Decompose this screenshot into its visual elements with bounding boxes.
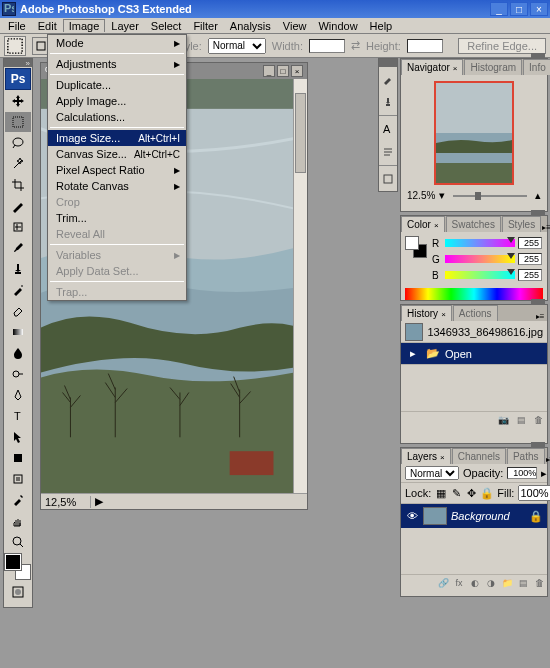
- menu-item-rotate-canvas[interactable]: Rotate Canvas▶: [48, 178, 186, 194]
- history-brush-tool[interactable]: [5, 280, 31, 300]
- doc-maximize-button[interactable]: □: [277, 65, 289, 77]
- zoom-slider[interactable]: [453, 195, 527, 197]
- slider-b[interactable]: [445, 271, 515, 279]
- type-tool[interactable]: T: [5, 406, 31, 426]
- layer-item[interactable]: 👁 Background 🔒: [401, 504, 547, 528]
- current-tool-icon[interactable]: [4, 36, 26, 56]
- healing-brush-tool[interactable]: [5, 217, 31, 237]
- lock-pixels-icon[interactable]: ✎: [451, 487, 462, 499]
- move-tool[interactable]: [5, 91, 31, 111]
- tab-history[interactable]: History×: [401, 305, 452, 321]
- menu-item-canvas-size---[interactable]: Canvas Size...Alt+Ctrl+C: [48, 146, 186, 162]
- tab-channels[interactable]: Channels: [452, 448, 506, 464]
- tab-info[interactable]: Info: [523, 59, 550, 75]
- paragraph-panel-icon[interactable]: [379, 141, 397, 163]
- shape-tool[interactable]: [5, 448, 31, 468]
- menu-item-mode[interactable]: Mode▶: [48, 35, 186, 51]
- refine-edge-button[interactable]: Refine Edge...: [458, 38, 546, 54]
- layer-mask-icon[interactable]: ◐: [469, 578, 481, 588]
- layer-thumbnail[interactable]: [423, 507, 447, 525]
- status-arrow-icon[interactable]: ▶: [91, 495, 107, 508]
- quick-mask-button[interactable]: [5, 582, 31, 602]
- tab-swatches[interactable]: Swatches: [446, 216, 501, 232]
- eraser-tool[interactable]: [5, 301, 31, 321]
- window-minimize-button[interactable]: _: [490, 2, 508, 16]
- tab-color[interactable]: Color×: [401, 216, 445, 232]
- tab-actions[interactable]: Actions: [453, 305, 498, 321]
- create-snapshot-icon[interactable]: 📷: [498, 415, 509, 425]
- window-close-button[interactable]: ×: [530, 2, 548, 16]
- slice-tool[interactable]: [5, 196, 31, 216]
- color-ramp[interactable]: [405, 288, 543, 300]
- foreground-color-swatch[interactable]: [5, 554, 21, 570]
- value-b[interactable]: [518, 269, 542, 281]
- layer-comps-panel-icon[interactable]: [379, 168, 397, 190]
- clone-stamp-tool[interactable]: [5, 259, 31, 279]
- menu-file[interactable]: File: [2, 19, 32, 33]
- delete-layer-icon[interactable]: 🗑: [533, 578, 545, 588]
- width-input[interactable]: [309, 39, 345, 53]
- navigator-zoom[interactable]: 12.5%: [407, 190, 435, 201]
- menu-item-apply-image---[interactable]: Apply Image...: [48, 93, 186, 109]
- delete-state-icon[interactable]: 🗑: [534, 415, 543, 425]
- menu-item-adjustments[interactable]: Adjustments▶: [48, 56, 186, 72]
- lock-transparency-icon[interactable]: ▦: [435, 487, 447, 499]
- link-layers-icon[interactable]: 🔗: [437, 578, 449, 588]
- new-layer-icon[interactable]: ▤: [517, 578, 529, 588]
- layer-group-icon[interactable]: 📁: [501, 578, 513, 588]
- zoom-level[interactable]: 12,5%: [41, 496, 91, 508]
- lock-position-icon[interactable]: ✥: [466, 487, 477, 499]
- crop-tool[interactable]: [5, 175, 31, 195]
- color-panel-swatches[interactable]: [405, 236, 427, 258]
- menu-layer[interactable]: Layer: [105, 19, 145, 33]
- history-root-item[interactable]: 1346933_86498616.jpg: [401, 321, 547, 343]
- gradient-tool[interactable]: [5, 322, 31, 342]
- eyedropper-tool[interactable]: [5, 490, 31, 510]
- new-document-icon[interactable]: ▤: [517, 415, 526, 425]
- panel-menu-icon[interactable]: ▸≡: [533, 312, 547, 321]
- tab-paths[interactable]: Paths: [507, 448, 545, 464]
- slider-g[interactable]: [445, 255, 515, 263]
- layer-style-icon[interactable]: fx: [453, 578, 465, 588]
- menu-image[interactable]: Image: [63, 19, 106, 32]
- swap-dims-icon[interactable]: ⇄: [351, 39, 360, 52]
- clone-source-panel-icon[interactable]: [379, 91, 397, 113]
- tab-styles[interactable]: Styles: [502, 216, 541, 232]
- tab-histogram[interactable]: Histogram: [464, 59, 522, 75]
- menu-select[interactable]: Select: [145, 19, 188, 33]
- doc-minimize-button[interactable]: _: [263, 65, 275, 77]
- zoom-out-icon[interactable]: ▾: [439, 189, 445, 202]
- zoom-tool[interactable]: [5, 532, 31, 552]
- layer-visibility-icon[interactable]: 👁: [405, 509, 419, 523]
- opacity-input[interactable]: [507, 467, 537, 479]
- value-g[interactable]: [518, 253, 542, 265]
- character-panel-icon[interactable]: A: [379, 118, 397, 140]
- navigator-thumbnail[interactable]: [434, 81, 514, 185]
- slider-r[interactable]: [445, 239, 515, 247]
- menu-window[interactable]: Window: [312, 19, 363, 33]
- color-swatches[interactable]: [5, 554, 31, 580]
- lasso-tool[interactable]: [5, 133, 31, 153]
- value-r[interactable]: [518, 237, 542, 249]
- style-select[interactable]: Normal: [208, 38, 266, 54]
- zoom-in-icon[interactable]: ▴: [535, 189, 541, 202]
- height-input[interactable]: [407, 39, 443, 53]
- menu-edit[interactable]: Edit: [32, 19, 63, 33]
- side-dock-grip[interactable]: [379, 59, 397, 67]
- menu-filter[interactable]: Filter: [187, 19, 223, 33]
- doc-close-button[interactable]: ×: [291, 65, 303, 77]
- menu-analysis[interactable]: Analysis: [224, 19, 277, 33]
- brushes-panel-icon[interactable]: [379, 68, 397, 90]
- path-selection-tool[interactable]: [5, 427, 31, 447]
- magic-wand-tool[interactable]: [5, 154, 31, 174]
- adjustment-layer-icon[interactable]: ◑: [485, 578, 497, 588]
- toolbox-grip[interactable]: »: [4, 59, 32, 67]
- blur-tool[interactable]: [5, 343, 31, 363]
- menu-item-duplicate---[interactable]: Duplicate...: [48, 77, 186, 93]
- window-maximize-button[interactable]: □: [510, 2, 528, 16]
- marquee-tool[interactable]: [5, 112, 31, 132]
- menu-item-pixel-aspect-ratio[interactable]: Pixel Aspect Ratio▶: [48, 162, 186, 178]
- hand-tool[interactable]: [5, 511, 31, 531]
- dodge-tool[interactable]: [5, 364, 31, 384]
- fill-input[interactable]: [518, 485, 550, 501]
